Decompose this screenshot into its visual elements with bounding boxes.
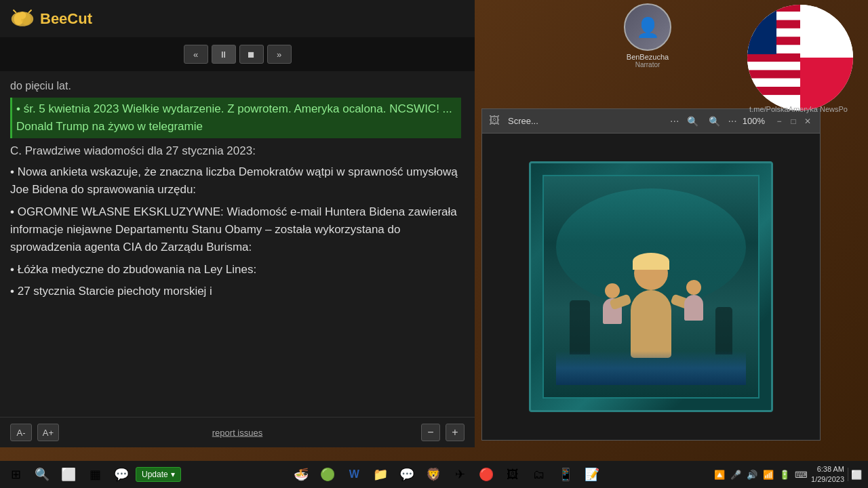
- font-controls: A- A+: [10, 424, 59, 441]
- viewer-zoom-area: 🔍 🔍 ··· 100%: [684, 113, 765, 129]
- water-effect: [556, 351, 746, 385]
- zoom-plus-button[interactable]: +: [446, 424, 465, 441]
- zoom-out-icon[interactable]: 🔍: [684, 113, 701, 129]
- tray-audio[interactable]: 🔊: [745, 468, 759, 481]
- taskbar-app-notepad[interactable]: 📝: [580, 462, 604, 487]
- figure-hair: [633, 253, 669, 270]
- search-button[interactable]: 🔍: [30, 462, 54, 487]
- small-body-right: [684, 295, 703, 321]
- text-content[interactable]: do pięciu lat. • śr. 5 kwietnia 2023 Wie…: [0, 71, 475, 417]
- bg-figure-left: [570, 300, 590, 354]
- rewind-button[interactable]: «: [184, 45, 208, 64]
- clock-area[interactable]: 6:38 AM 1/29/2023: [811, 464, 844, 485]
- clock-time: 6:38 AM: [811, 464, 844, 474]
- tray-arrow[interactable]: 🔼: [713, 468, 726, 481]
- highlight-block: • śr. 5 kwietnia 2023 Wielkie wydarzenie…: [10, 98, 461, 139]
- taskbar-app-files[interactable]: 📁: [368, 462, 393, 487]
- tray-network[interactable]: 📶: [762, 468, 775, 481]
- image-placeholder: [529, 161, 773, 412]
- tray-battery[interactable]: 🔋: [778, 468, 791, 481]
- show-desktop-button[interactable]: ⬜: [848, 468, 861, 481]
- figure-head: [634, 256, 668, 290]
- start-button[interactable]: ⊞: [3, 462, 28, 487]
- zoom-minus-button[interactable]: −: [421, 424, 440, 441]
- update-button[interactable]: Update ▾: [136, 467, 181, 482]
- system-tray: 🔼 🎤 🔊 📶 🔋 ⌨: [713, 468, 808, 481]
- viewer-image-icon: 🖼: [489, 115, 502, 128]
- beecut-header: BeeCut: [0, 0, 475, 37]
- chat-button[interactable]: 💬: [109, 462, 134, 487]
- text-panel: do pięciu lat. • śr. 5 kwietnia 2023 Wie…: [0, 71, 475, 417]
- taskbar-app-word[interactable]: W: [342, 462, 366, 487]
- profile-card: 👤 BenBezucha Narrator: [617, 3, 678, 68]
- zoom-in-icon[interactable]: 🔍: [706, 113, 722, 129]
- viewer-zoom-percent: 100%: [743, 116, 765, 126]
- flag-icon: [732, 0, 868, 102]
- profile-avatar: 👤: [624, 3, 671, 51]
- svg-rect-16: [746, 70, 800, 78]
- media-controls: « ⏸ ⏹ »: [0, 37, 475, 71]
- update-arrow: ▾: [171, 470, 175, 479]
- taskbar-app-whatsapp[interactable]: 💬: [395, 462, 419, 487]
- bullet-1: • Nowa ankieta wskazuje, że znaczna licz…: [10, 163, 461, 199]
- small-figure-right: [678, 280, 709, 317]
- image-inner: [542, 175, 760, 399]
- svg-rect-14: [746, 54, 800, 62]
- taskbar-right: 🔼 🎤 🔊 📶 🔋 ⌨ 6:38 AM 1/29/2023 ⬜: [713, 464, 865, 485]
- viewer-close-button[interactable]: ✕: [802, 116, 813, 127]
- figure-main: [617, 256, 685, 365]
- viewer-window-controls: − □ ✕: [774, 116, 813, 127]
- taskbar-app-red[interactable]: 🔴: [474, 462, 498, 487]
- svg-line-4: [14, 9, 17, 13]
- svg-rect-8: [746, 3, 800, 12]
- small-head-right: [686, 280, 701, 295]
- bullet-3: • Łóżka medyczne do zbudowania na Ley Li…: [10, 261, 461, 279]
- stop-button[interactable]: ⏹: [239, 45, 264, 64]
- report-issues-link[interactable]: report issues: [212, 428, 262, 438]
- taskbar: ⊞ 🔍 ⬜ ▦ 💬 Update ▾ 🍜 🟢 W 📁 💬 🦁 ✈ 🔴 🖼 🗂 📱…: [0, 461, 868, 488]
- viewer-maximize-button[interactable]: □: [788, 116, 799, 127]
- viewer-zoom-dots[interactable]: ···: [728, 115, 736, 127]
- taskbar-left: ⊞ 🔍 ⬜ ▦ 💬 Update ▾: [3, 462, 181, 487]
- svg-rect-21: [800, 3, 854, 58]
- beecut-logo: BeeCut: [10, 7, 92, 31]
- pause-button[interactable]: ⏸: [212, 45, 236, 64]
- taskview-button[interactable]: ⬜: [56, 462, 81, 487]
- tray-mic[interactable]: 🎤: [729, 468, 743, 481]
- beecut-logo-icon: [10, 7, 35, 31]
- profile-role: Narrator: [617, 61, 678, 68]
- taskbar-app-folder[interactable]: 🗂: [527, 462, 551, 487]
- telegram-link[interactable]: t.me/PolskaAmeryka NewsPo: [749, 105, 848, 113]
- clock-date: 1/29/2023: [811, 474, 844, 485]
- screenshot-viewer: 🖼 Scree... ··· 🔍 🔍 ··· 100% − □ ✕: [481, 108, 821, 441]
- bullet-4: • 27 stycznia Starcie piechoty morskiej …: [10, 283, 461, 300]
- figure-head-container: [617, 256, 685, 290]
- bottom-controls: A- A+ report issues − +: [0, 417, 475, 447]
- flag-circle: [746, 3, 854, 112]
- profile-name: BenBezucha: [617, 53, 678, 61]
- viewer-minimize-button[interactable]: −: [774, 116, 785, 127]
- forward-button[interactable]: »: [267, 45, 292, 64]
- svg-rect-18: [746, 87, 800, 95]
- taskbar-app-photos[interactable]: 🖼: [500, 462, 525, 487]
- font-decrease-button[interactable]: A-: [10, 424, 32, 441]
- taskbar-app-soup[interactable]: 🍜: [289, 462, 313, 487]
- update-label: Update: [142, 470, 168, 479]
- zoom-controls: − +: [421, 424, 465, 441]
- widgets-button[interactable]: ▦: [83, 462, 107, 487]
- beecut-logo-text: BeeCut: [40, 10, 92, 28]
- svg-point-3: [19, 12, 26, 19]
- taskbar-app-telegram[interactable]: ✈: [448, 462, 472, 487]
- tray-keyboard[interactable]: ⌨: [794, 468, 808, 481]
- viewer-dots-button[interactable]: ···: [670, 115, 679, 127]
- taskbar-center: 🍜 🟢 W 📁 💬 🦁 ✈ 🔴 🖼 🗂 📱 📝: [181, 462, 713, 487]
- viewer-title: Scree...: [508, 116, 665, 126]
- taskbar-app-brave[interactable]: 🦁: [421, 462, 446, 487]
- taskbar-app-green[interactable]: 🟢: [315, 462, 340, 487]
- viewer-content: [482, 134, 820, 440]
- cut-text: do pięciu lat.: [10, 78, 461, 95]
- svg-rect-15: [746, 62, 800, 70]
- font-increase-button[interactable]: A+: [37, 424, 59, 441]
- taskbar-app-phone[interactable]: 📱: [553, 462, 578, 487]
- figure-scene: [556, 188, 746, 385]
